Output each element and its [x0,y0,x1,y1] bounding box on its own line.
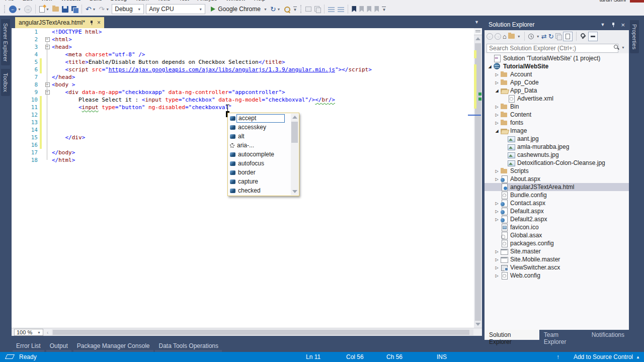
intellisense-item[interactable]: autocomplete [228,150,298,159]
tab-toolbox[interactable]: Toolbox [1,69,10,96]
tree-item-amla-murabba-jpeg[interactable]: amla-murabba.jpeg [485,143,629,151]
tab-server-explorer[interactable]: Server Explorer [1,19,10,65]
editor-horizontal-scrollbar[interactable] [52,329,473,335]
tab-team-explorer[interactable]: Team Explorer [539,330,587,340]
toggle-outlining-button[interactable] [304,4,313,15]
tree-item-default-aspx[interactable]: ▷Default.aspx [485,207,629,215]
undo-button[interactable]: ↶▼ [84,4,98,15]
code-line[interactable]: 2−<html> [12,36,482,43]
menu-view[interactable]: View [41,0,53,2]
intellisense-item[interactable]: capture [228,177,298,186]
window-position-icon[interactable]: ▼ [600,22,605,27]
tree-item-app-code[interactable]: ▷App_Code [485,78,629,86]
toolbar-grip[interactable] [4,5,6,13]
tree-item-solution-tutorialwebsite-1-project-[interactable]: Solution 'TutorialWebSite' (1 project) [485,54,629,62]
code-line[interactable]: 1<!DOCTYPE html> [12,28,482,36]
next-bookmark-button[interactable] [365,4,373,15]
tree-item-site-master[interactable]: ▷Site.master [485,247,629,255]
intellisense-item[interactable]: aria-... [228,141,298,150]
pending-changes-filter-icon[interactable] [528,34,534,39]
tree-item-account[interactable]: ▷Account [485,70,629,78]
tab-error-list[interactable]: Error List [12,342,45,349]
menu-test[interactable]: Test [179,0,189,2]
previous-bookmark-button[interactable] [358,4,365,15]
code-line[interactable]: 9− <div data-ng-app="checkboxapp" data-n… [12,88,482,96]
tree-item-default2-aspx[interactable]: ▷Default2.aspx [485,215,629,223]
scroll-down-icon[interactable] [292,190,297,193]
code-line[interactable]: 5 <title>Enable/Disable Button depends o… [12,58,482,66]
intellisense-item[interactable]: checked [228,186,298,195]
toolbar-grip[interactable] [300,5,302,13]
close-icon[interactable]: × [97,20,101,25]
sync-with-active-document-icon[interactable]: ⇄ [541,33,547,40]
tree-item-tutorialwebsite[interactable]: ◢TutorialWebSite [485,62,629,70]
properties-icon[interactable] [580,33,587,40]
tree-item-detoxification-colon-cleanse-jpg[interactable]: Detoxification-Colon-Cleanse.jpg [485,159,629,167]
collapsed-arrow-icon[interactable]: ▷ [494,201,500,206]
solution-explorer-title-bar[interactable]: Solution Explorer ▼ × [485,19,629,30]
toolbar-overflow-icon[interactable]: ▼ [382,7,386,12]
switch-views-icon[interactable] [508,34,515,39]
collapsed-arrow-icon[interactable]: ▷ [494,274,500,278]
collapse-icon[interactable]: − [45,82,50,87]
tree-item-global-asax[interactable]: Global.asax [485,231,629,239]
document-list-dropdown-icon[interactable]: ▼ [474,20,479,25]
navigate-backward-button[interactable]: ←▼ [8,4,23,15]
show-all-files-button[interactable] [563,32,573,41]
tree-item-advertise-xml[interactable]: Advertise.xml [485,95,629,103]
tree-item-cashewnuts-jpg[interactable]: cashewnuts.jpg [485,151,629,159]
add-item-button[interactable] [51,4,60,15]
tree-item-content[interactable]: ▷Content [485,111,629,119]
browser-link-button[interactable] [282,4,292,15]
code-line[interactable]: 11 <input type="button" ng-disabled="che… [12,104,482,111]
intellisense-item[interactable]: autofocus [228,159,298,168]
intellisense-item[interactable]: alt [228,132,298,141]
solution-configuration-dropdown[interactable]: Debug▼ [112,4,144,14]
expanded-arrow-icon[interactable]: ◢ [487,64,493,69]
start-debugging-button[interactable]: Google Chrome▼ [209,4,269,15]
menu-help[interactable]: Help [254,0,266,2]
intellisense-item[interactable]: border [228,168,298,177]
pin-icon[interactable] [611,22,616,28]
intellisense-item[interactable]: accesskey [228,123,298,132]
code-line[interactable]: 6 <script src="https://ajax.googleapis.c… [12,66,482,73]
tree-item-viewswitcher-ascx[interactable]: ▷ViewSwitcher.ascx [485,263,629,272]
refresh-browser-link-button[interactable]: ↻▼ [269,4,282,15]
home-icon[interactable]: ⌂ [503,33,507,40]
collapsed-arrow-icon[interactable]: ▷ [494,121,500,125]
tab-package-manager-console[interactable]: Package Manager Console [72,342,154,349]
scrollbar-thumb[interactable] [291,122,298,143]
menu-build[interactable]: Build [90,0,102,2]
code-line[interactable]: 10 Please Select it : <input type="check… [12,96,482,104]
tree-item-bin[interactable]: ▷Bin [485,103,629,111]
expanded-arrow-icon[interactable]: ◢ [494,88,500,93]
clear-bookmarks-button[interactable] [373,4,380,15]
decrease-indent-button[interactable] [327,4,336,15]
collapsed-arrow-icon[interactable]: ▷ [494,265,500,270]
chevron-up-icon[interactable]: ▲ [636,355,640,359]
collapse-all-icon[interactable] [555,33,561,39]
scroll-down-icon[interactable] [475,323,480,326]
toolbar-overflow-icon[interactable]: ▼ [293,7,297,12]
tab-properties[interactable]: Properties [630,20,639,53]
redo-button[interactable]: ↷▼ [98,4,111,15]
tree-item-fonts[interactable]: ▷fonts [485,119,629,127]
tree-item-web-config[interactable]: ▷Web.config [485,272,629,280]
menu-edit[interactable]: Edit [23,0,32,2]
close-icon[interactable]: × [621,21,625,29]
collapsed-arrow-icon[interactable]: ▷ [494,80,500,85]
code-line[interactable]: 4 <meta charset="utf-8" /> [12,51,482,58]
tab-output[interactable]: Output [45,342,72,349]
refresh-icon[interactable]: ↻ [548,33,554,40]
scrollbar-track[interactable] [474,43,482,321]
code-editor[interactable]: 1<!DOCTYPE html>2−<html>3−<head>4 <meta … [12,28,482,328]
expanded-arrow-icon[interactable]: ◢ [494,129,500,133]
search-input[interactable] [487,44,618,53]
scroll-up-icon[interactable] [475,37,480,40]
tree-item-angularjstextarea-html[interactable]: angularJSTextArea.html [485,183,629,191]
menu-tools[interactable]: Tools [157,0,171,2]
collapsed-arrow-icon[interactable]: ▷ [494,209,500,214]
menu-debug[interactable]: Debug [110,0,126,2]
navigate-forward-button[interactable]: → [23,4,33,15]
tree-item-image[interactable]: ◢Image [485,127,629,135]
